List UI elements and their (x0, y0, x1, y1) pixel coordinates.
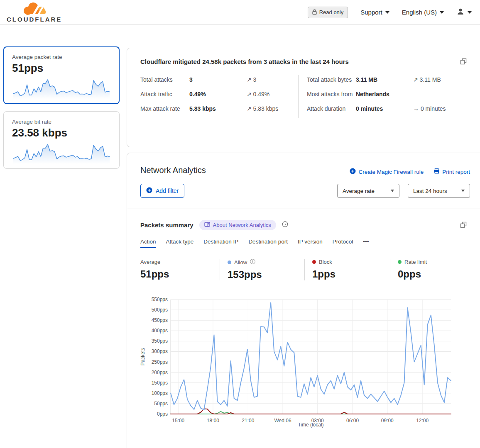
network-analytics-title: Network Analytics (140, 166, 206, 175)
summary-title: Cloudflare mitigated 24.58k packets from… (140, 58, 470, 65)
packet-stat-label-text: Average (140, 259, 160, 265)
svg-text:50pps: 50pps (154, 401, 168, 407)
dimension-tabs: ActionAttack typeDestination IPDestinati… (140, 239, 470, 248)
network-analytics-card: Network Analytics Create Magic Firewall … (127, 153, 480, 448)
tab-action[interactable]: Action (140, 239, 156, 248)
legend-dot (398, 260, 402, 264)
tab-attack-type[interactable]: Attack type (166, 239, 194, 248)
stat-trend: ↗ 3.11 MB (413, 75, 441, 85)
chevron-down-icon (440, 11, 444, 14)
account-menu[interactable] (456, 7, 472, 17)
packet-stats-row: Average51ppsAllow153ppsBlock1ppsRate lim… (140, 259, 470, 280)
tab-protocol[interactable]: Protocol (333, 239, 353, 248)
create-magic-firewall-rule-link[interactable]: Create Magic Firewall rule (350, 168, 424, 175)
svg-text:12:00: 12:00 (416, 418, 429, 424)
main-content: Cloudflare mitigated 24.58k packets from… (127, 48, 480, 448)
cloudflare-logo[interactable]: CLOUDFLARE (7, 2, 62, 23)
time-range-value: Last 24 hours (413, 188, 447, 194)
summary-stats-left: Total attacks3↗ 3Attack traffic0.49%↗ 0.… (140, 75, 298, 118)
svg-text:18:00: 18:00 (207, 418, 219, 424)
svg-text:550pps: 550pps (152, 297, 168, 302)
support-label: Support (360, 9, 382, 16)
support-menu[interactable]: Support (360, 9, 389, 16)
cloudflare-cloud-icon (22, 2, 47, 17)
metric-select-value: Average rate (343, 188, 375, 194)
svg-text:400pps: 400pps (152, 328, 168, 334)
metric-card-bit-rate[interactable]: Average bit rate 23.58 kbps (3, 111, 120, 169)
language-label: English (US) (402, 9, 437, 16)
packet-stat-label: Block (312, 259, 390, 265)
add-filter-button[interactable]: Add filter (140, 184, 184, 198)
print-report-label: Print report (442, 169, 470, 175)
tab-ip-version[interactable]: IP version (298, 239, 323, 248)
user-icon (456, 7, 465, 17)
svg-text:150pps: 150pps (152, 380, 168, 386)
packet-stat-label-text: Allow (234, 259, 247, 265)
top-bar: CLOUDFLARE Read only Support English (US… (0, 0, 480, 25)
tab-destination-port[interactable]: Destination port (248, 239, 288, 248)
svg-text:300pps: 300pps (152, 348, 168, 354)
stat-row: Max attack rate5.83 kbps↗ 5.83 kbps (140, 104, 298, 114)
stat-trend: ↗ 0.49% (247, 90, 269, 100)
metric-card-packet-rate[interactable]: Average packet rate 51pps (3, 46, 120, 104)
read-only-badge: Read only (308, 7, 348, 18)
packet-stat-label: Allow (228, 259, 304, 265)
print-report-link[interactable]: Print report (433, 168, 470, 175)
stat-value: 5.83 kbps (189, 104, 247, 114)
stat-row: Attack traffic0.49%↗ 0.49% (140, 90, 298, 100)
svg-text:250pps: 250pps (152, 359, 168, 365)
packet-stat-value: 1pps (312, 268, 390, 280)
tab-destination-ip[interactable]: Destination IP (203, 239, 238, 248)
svg-text:21:00: 21:00 (242, 418, 254, 424)
stat-label: Attack traffic (140, 90, 189, 100)
language-menu[interactable]: English (US) (402, 9, 444, 16)
attack-summary-card: Cloudflare mitigated 24.58k packets from… (127, 48, 480, 147)
history-icon[interactable] (282, 221, 288, 229)
packet-stat-block: Block1pps (304, 259, 390, 280)
metric-label: Average packet rate (12, 54, 111, 60)
packet-stat-label-text: Block (319, 259, 332, 265)
stat-label: Total attacks (140, 75, 189, 85)
metric-value: 51pps (12, 62, 111, 75)
stat-value: 3.11 MB (356, 75, 413, 85)
svg-text:500pps: 500pps (152, 307, 168, 313)
stat-label: Total attack bytes (307, 75, 356, 85)
expand-icon[interactable] (460, 58, 467, 66)
bit-rate-sparkline (12, 141, 111, 165)
info-icon[interactable] (250, 259, 255, 265)
packet-stat-rate-limit: Rate limit0pps (390, 259, 470, 280)
stat-label: Attack duration (307, 104, 356, 114)
metric-label: Average bit rate (12, 119, 111, 125)
svg-text:450pps: 450pps (152, 317, 168, 323)
about-network-analytics-badge[interactable]: About Network Analytics (199, 220, 276, 230)
svg-text:06:00: 06:00 (346, 418, 359, 424)
stat-label: Max attack rate (140, 104, 189, 114)
stat-value: 0 minutes (356, 104, 413, 114)
create-rule-label: Create Magic Firewall rule (358, 169, 424, 175)
chevron-down-icon (468, 11, 472, 14)
svg-text:200pps: 200pps (152, 370, 168, 375)
summary-stats-right: Total attack bytes3.11 MB↗ 3.11 MBMost a… (298, 75, 470, 118)
stat-row: Most attacks fromNetherlands (307, 90, 470, 100)
plus-circle-icon (350, 168, 356, 175)
time-range-select[interactable]: Last 24 hours (408, 184, 470, 198)
packets-summary-section: Packets summary About Network Analytics … (127, 209, 480, 430)
add-filter-label: Add filter (156, 187, 179, 194)
packets-chart: 0pps50pps100pps150pps200pps250pps300pps3… (139, 296, 470, 430)
packet-stat-label-text: Rate limit (404, 259, 427, 265)
packet-stat-value: 153pps (228, 269, 304, 280)
book-icon (204, 222, 210, 228)
legend-dot (312, 260, 316, 264)
packets-summary-title: Packets summary (140, 222, 193, 229)
svg-text:Packets: Packets (140, 348, 146, 366)
stat-value: Netherlands (356, 90, 413, 100)
metric-select[interactable]: Average rate (337, 184, 399, 198)
packet-stat-average: Average51pps (140, 259, 220, 280)
svg-text:Time (local): Time (local) (298, 422, 323, 428)
expand-icon[interactable] (460, 222, 467, 229)
printer-icon (433, 168, 440, 175)
packets-time-series-chart[interactable]: 0pps50pps100pps150pps200pps250pps300pps3… (139, 296, 454, 428)
tab-more[interactable]: ••• (363, 239, 369, 248)
logo-wordmark: CLOUDFLARE (7, 16, 62, 23)
svg-text:15:00: 15:00 (172, 418, 184, 424)
